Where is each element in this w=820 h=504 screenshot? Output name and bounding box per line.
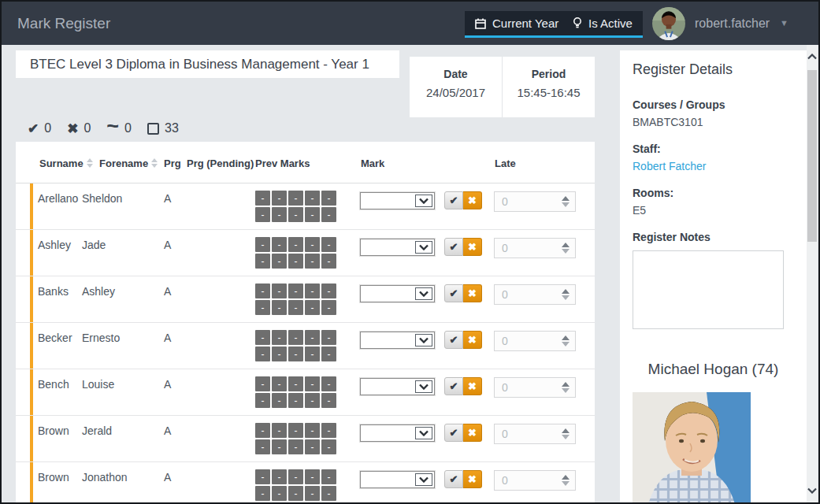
prev-mark-cell[interactable]: - [288,423,303,438]
prev-mark-cell[interactable]: - [321,393,336,408]
spin-down-icon[interactable] [562,342,570,346]
prev-mark-cell[interactable]: - [288,254,303,269]
prev-mark-cell[interactable]: - [288,376,303,391]
prev-mark-cell[interactable]: - [305,486,320,501]
prev-mark-cell[interactable]: - [255,207,270,222]
mark-select[interactable] [360,332,435,349]
user-menu[interactable]: robert.fatcher [695,2,770,45]
prev-mark-cell[interactable]: - [305,346,320,361]
confirm-mark-button[interactable]: ✔ [444,331,463,349]
prev-mark-cell[interactable]: - [272,376,287,391]
prev-mark-cell[interactable]: - [272,237,287,252]
spin-down-icon[interactable] [562,202,570,207]
prev-mark-cell[interactable]: - [305,207,320,222]
prev-mark-cell[interactable]: - [305,423,320,438]
mark-select[interactable] [360,378,435,395]
prev-mark-cell[interactable]: - [272,191,287,206]
prev-mark-cell[interactable]: - [305,393,320,408]
prev-mark-cell[interactable]: - [272,284,287,298]
prev-mark-cell[interactable]: - [288,486,303,501]
prev-mark-cell[interactable]: - [305,376,320,391]
prev-mark-cell[interactable]: - [321,346,336,361]
prev-mark-cell[interactable]: - [321,486,336,501]
spin-down-icon[interactable] [562,435,570,439]
prev-mark-cell[interactable]: - [288,469,303,484]
prev-mark-cell[interactable]: - [272,469,287,484]
confirm-mark-button[interactable]: ✔ [444,377,463,395]
spin-down-icon[interactable] [562,388,570,393]
prev-mark-cell[interactable]: - [321,469,336,484]
prev-mark-cell[interactable]: - [255,254,270,269]
prev-mark-cell[interactable]: - [288,237,303,252]
col-forename[interactable]: Forename [99,158,148,169]
late-minutes-input[interactable] [495,192,575,211]
prev-mark-cell[interactable]: - [255,439,270,454]
confirm-mark-button[interactable]: ✔ [444,284,463,302]
scroll-up-icon[interactable] [807,48,818,65]
spin-up-icon[interactable] [562,382,570,387]
confirm-mark-button[interactable]: ✔ [444,424,463,442]
spin-up-icon[interactable] [562,475,570,480]
prev-mark-cell[interactable]: - [255,300,270,315]
spin-down-icon[interactable] [562,481,570,486]
prev-mark-cell[interactable]: - [305,284,320,298]
cancel-mark-button[interactable]: ✖ [463,331,482,349]
spin-down-icon[interactable] [562,249,570,254]
prev-mark-cell[interactable]: - [255,237,270,252]
prev-mark-cell[interactable]: - [272,254,287,269]
prev-mark-cell[interactable]: - [272,346,287,361]
prev-mark-cell[interactable]: - [305,191,320,206]
prev-mark-cell[interactable]: - [321,207,336,222]
user-avatar[interactable] [652,7,685,40]
prev-mark-cell[interactable]: - [321,423,336,438]
prev-mark-cell[interactable]: - [272,330,287,345]
prev-mark-cell[interactable]: - [255,346,270,361]
prev-mark-cell[interactable]: - [305,254,320,269]
col-surname[interactable]: Surname [39,158,83,169]
cancel-mark-button[interactable]: ✖ [463,284,482,302]
mark-select[interactable] [360,239,435,256]
prev-mark-cell[interactable]: - [321,300,336,315]
sort-icon[interactable] [87,158,93,168]
is-active-button[interactable]: Is Active [562,11,643,38]
confirm-mark-button[interactable]: ✔ [444,470,463,488]
prev-mark-cell[interactable]: - [305,469,320,484]
cancel-mark-button[interactable]: ✖ [463,377,482,395]
sort-icon[interactable] [151,158,158,168]
late-minutes-input[interactable] [495,239,575,258]
prev-mark-cell[interactable]: - [305,300,320,315]
prev-mark-cell[interactable]: - [272,393,287,408]
prev-mark-cell[interactable]: - [255,469,270,484]
prev-mark-cell[interactable]: - [255,486,270,501]
chevron-down-icon[interactable]: ▼ [780,2,788,45]
late-minutes-input[interactable] [495,424,575,443]
late-minutes-input[interactable] [495,332,575,350]
prev-mark-cell[interactable]: - [255,191,270,206]
prev-mark-cell[interactable]: - [255,284,270,298]
register-notes-input[interactable] [633,250,784,329]
prev-mark-cell[interactable]: - [255,376,270,391]
spin-up-icon[interactable] [562,243,570,247]
confirm-mark-button[interactable]: ✔ [444,191,463,209]
prev-mark-cell[interactable]: - [288,393,303,408]
mark-select[interactable] [360,424,435,442]
cancel-mark-button[interactable]: ✖ [463,191,482,209]
late-minutes-input[interactable] [495,285,575,304]
prev-mark-cell[interactable]: - [288,191,303,206]
spin-down-icon[interactable] [562,295,570,300]
spin-up-icon[interactable] [562,196,570,201]
current-year-button[interactable]: Current Year [465,11,569,38]
prev-mark-cell[interactable]: - [255,393,270,408]
cancel-mark-button[interactable]: ✖ [463,470,482,488]
mark-select[interactable] [360,471,435,488]
cancel-mark-button[interactable]: ✖ [463,238,482,256]
prev-mark-cell[interactable]: - [272,423,287,438]
prev-mark-cell[interactable]: - [288,439,303,454]
prev-mark-cell[interactable]: - [288,284,303,298]
prev-mark-cell[interactable]: - [305,237,320,252]
spin-up-icon[interactable] [562,289,570,294]
prev-mark-cell[interactable]: - [321,284,336,298]
prev-mark-cell[interactable]: - [272,439,287,454]
mark-select[interactable] [360,285,435,302]
prev-mark-cell[interactable]: - [255,423,270,438]
